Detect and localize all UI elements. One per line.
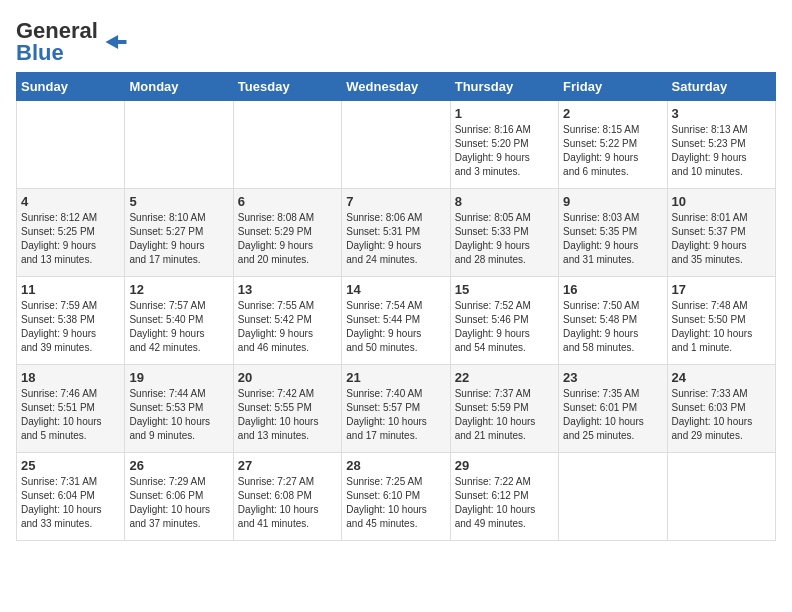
day-number: 19 [129, 370, 228, 385]
day-number: 3 [672, 106, 771, 121]
calendar-week-row: 25Sunrise: 7:31 AM Sunset: 6:04 PM Dayli… [17, 453, 776, 541]
calendar-cell: 22Sunrise: 7:37 AM Sunset: 5:59 PM Dayli… [450, 365, 558, 453]
calendar-cell: 2Sunrise: 8:15 AM Sunset: 5:22 PM Daylig… [559, 101, 667, 189]
calendar-cell: 28Sunrise: 7:25 AM Sunset: 6:10 PM Dayli… [342, 453, 450, 541]
calendar-cell: 11Sunrise: 7:59 AM Sunset: 5:38 PM Dayli… [17, 277, 125, 365]
day-number: 23 [563, 370, 662, 385]
day-info: Sunrise: 8:08 AM Sunset: 5:29 PM Dayligh… [238, 211, 337, 267]
header: GeneralBlue [16, 16, 776, 64]
calendar-cell: 1Sunrise: 8:16 AM Sunset: 5:20 PM Daylig… [450, 101, 558, 189]
day-number: 14 [346, 282, 445, 297]
day-number: 20 [238, 370, 337, 385]
calendar-week-row: 18Sunrise: 7:46 AM Sunset: 5:51 PM Dayli… [17, 365, 776, 453]
calendar-cell: 16Sunrise: 7:50 AM Sunset: 5:48 PM Dayli… [559, 277, 667, 365]
day-info: Sunrise: 7:42 AM Sunset: 5:55 PM Dayligh… [238, 387, 337, 443]
day-info: Sunrise: 7:50 AM Sunset: 5:48 PM Dayligh… [563, 299, 662, 355]
day-info: Sunrise: 7:22 AM Sunset: 6:12 PM Dayligh… [455, 475, 554, 531]
col-header-thursday: Thursday [450, 73, 558, 101]
day-info: Sunrise: 8:15 AM Sunset: 5:22 PM Dayligh… [563, 123, 662, 179]
calendar-cell: 17Sunrise: 7:48 AM Sunset: 5:50 PM Dayli… [667, 277, 775, 365]
calendar-week-row: 1Sunrise: 8:16 AM Sunset: 5:20 PM Daylig… [17, 101, 776, 189]
col-header-sunday: Sunday [17, 73, 125, 101]
calendar-week-row: 11Sunrise: 7:59 AM Sunset: 5:38 PM Dayli… [17, 277, 776, 365]
day-number: 5 [129, 194, 228, 209]
col-header-wednesday: Wednesday [342, 73, 450, 101]
day-number: 18 [21, 370, 120, 385]
calendar-cell [559, 453, 667, 541]
day-number: 6 [238, 194, 337, 209]
calendar-cell: 27Sunrise: 7:27 AM Sunset: 6:08 PM Dayli… [233, 453, 341, 541]
day-number: 22 [455, 370, 554, 385]
day-number: 10 [672, 194, 771, 209]
day-info: Sunrise: 7:29 AM Sunset: 6:06 PM Dayligh… [129, 475, 228, 531]
calendar-cell: 23Sunrise: 7:35 AM Sunset: 6:01 PM Dayli… [559, 365, 667, 453]
calendar-cell [342, 101, 450, 189]
calendar-cell: 6Sunrise: 8:08 AM Sunset: 5:29 PM Daylig… [233, 189, 341, 277]
day-info: Sunrise: 7:40 AM Sunset: 5:57 PM Dayligh… [346, 387, 445, 443]
day-number: 28 [346, 458, 445, 473]
day-info: Sunrise: 7:54 AM Sunset: 5:44 PM Dayligh… [346, 299, 445, 355]
day-info: Sunrise: 7:57 AM Sunset: 5:40 PM Dayligh… [129, 299, 228, 355]
calendar-cell: 18Sunrise: 7:46 AM Sunset: 5:51 PM Dayli… [17, 365, 125, 453]
calendar-cell: 25Sunrise: 7:31 AM Sunset: 6:04 PM Dayli… [17, 453, 125, 541]
day-info: Sunrise: 8:16 AM Sunset: 5:20 PM Dayligh… [455, 123, 554, 179]
col-header-tuesday: Tuesday [233, 73, 341, 101]
day-number: 26 [129, 458, 228, 473]
day-number: 8 [455, 194, 554, 209]
calendar-cell: 14Sunrise: 7:54 AM Sunset: 5:44 PM Dayli… [342, 277, 450, 365]
calendar-cell: 26Sunrise: 7:29 AM Sunset: 6:06 PM Dayli… [125, 453, 233, 541]
logo: GeneralBlue [16, 20, 130, 64]
calendar-cell [667, 453, 775, 541]
day-info: Sunrise: 8:10 AM Sunset: 5:27 PM Dayligh… [129, 211, 228, 267]
day-info: Sunrise: 7:27 AM Sunset: 6:08 PM Dayligh… [238, 475, 337, 531]
day-info: Sunrise: 7:52 AM Sunset: 5:46 PM Dayligh… [455, 299, 554, 355]
day-number: 15 [455, 282, 554, 297]
day-info: Sunrise: 8:03 AM Sunset: 5:35 PM Dayligh… [563, 211, 662, 267]
logo-icon [102, 35, 130, 49]
day-info: Sunrise: 7:46 AM Sunset: 5:51 PM Dayligh… [21, 387, 120, 443]
day-number: 2 [563, 106, 662, 121]
calendar-cell: 4Sunrise: 8:12 AM Sunset: 5:25 PM Daylig… [17, 189, 125, 277]
day-info: Sunrise: 8:01 AM Sunset: 5:37 PM Dayligh… [672, 211, 771, 267]
col-header-friday: Friday [559, 73, 667, 101]
day-info: Sunrise: 7:25 AM Sunset: 6:10 PM Dayligh… [346, 475, 445, 531]
day-number: 13 [238, 282, 337, 297]
day-info: Sunrise: 7:59 AM Sunset: 5:38 PM Dayligh… [21, 299, 120, 355]
calendar-cell [125, 101, 233, 189]
day-number: 1 [455, 106, 554, 121]
day-info: Sunrise: 7:37 AM Sunset: 5:59 PM Dayligh… [455, 387, 554, 443]
day-number: 27 [238, 458, 337, 473]
day-info: Sunrise: 7:31 AM Sunset: 6:04 PM Dayligh… [21, 475, 120, 531]
calendar-cell: 20Sunrise: 7:42 AM Sunset: 5:55 PM Dayli… [233, 365, 341, 453]
calendar-table: SundayMondayTuesdayWednesdayThursdayFrid… [16, 72, 776, 541]
col-header-saturday: Saturday [667, 73, 775, 101]
day-number: 9 [563, 194, 662, 209]
calendar-cell [17, 101, 125, 189]
day-number: 25 [21, 458, 120, 473]
calendar-cell: 29Sunrise: 7:22 AM Sunset: 6:12 PM Dayli… [450, 453, 558, 541]
day-info: Sunrise: 8:13 AM Sunset: 5:23 PM Dayligh… [672, 123, 771, 179]
day-number: 4 [21, 194, 120, 209]
calendar-cell: 8Sunrise: 8:05 AM Sunset: 5:33 PM Daylig… [450, 189, 558, 277]
day-info: Sunrise: 7:35 AM Sunset: 6:01 PM Dayligh… [563, 387, 662, 443]
calendar-cell: 19Sunrise: 7:44 AM Sunset: 5:53 PM Dayli… [125, 365, 233, 453]
calendar-cell: 24Sunrise: 7:33 AM Sunset: 6:03 PM Dayli… [667, 365, 775, 453]
calendar-cell: 5Sunrise: 8:10 AM Sunset: 5:27 PM Daylig… [125, 189, 233, 277]
day-info: Sunrise: 7:55 AM Sunset: 5:42 PM Dayligh… [238, 299, 337, 355]
logo-text: GeneralBlue [16, 20, 98, 64]
calendar-cell: 12Sunrise: 7:57 AM Sunset: 5:40 PM Dayli… [125, 277, 233, 365]
day-info: Sunrise: 7:44 AM Sunset: 5:53 PM Dayligh… [129, 387, 228, 443]
day-info: Sunrise: 7:33 AM Sunset: 6:03 PM Dayligh… [672, 387, 771, 443]
day-number: 17 [672, 282, 771, 297]
calendar-cell: 13Sunrise: 7:55 AM Sunset: 5:42 PM Dayli… [233, 277, 341, 365]
calendar-header-row: SundayMondayTuesdayWednesdayThursdayFrid… [17, 73, 776, 101]
col-header-monday: Monday [125, 73, 233, 101]
calendar-cell [233, 101, 341, 189]
day-number: 24 [672, 370, 771, 385]
calendar-cell: 21Sunrise: 7:40 AM Sunset: 5:57 PM Dayli… [342, 365, 450, 453]
day-info: Sunrise: 7:48 AM Sunset: 5:50 PM Dayligh… [672, 299, 771, 355]
day-number: 16 [563, 282, 662, 297]
calendar-cell: 7Sunrise: 8:06 AM Sunset: 5:31 PM Daylig… [342, 189, 450, 277]
day-info: Sunrise: 8:12 AM Sunset: 5:25 PM Dayligh… [21, 211, 120, 267]
day-number: 21 [346, 370, 445, 385]
